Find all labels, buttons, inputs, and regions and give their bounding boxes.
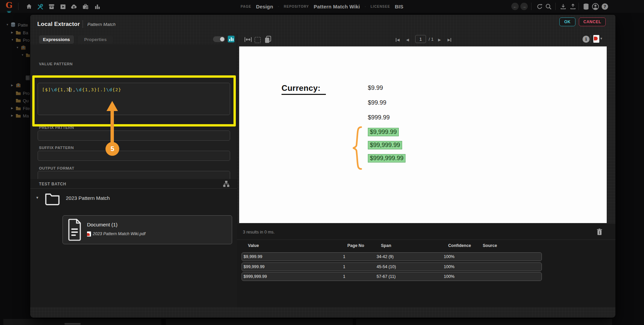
suffix-pattern-input[interactable] <box>38 151 230 161</box>
doc-value-highlighted: $9,999.99 <box>368 128 405 135</box>
chevron-right-icon[interactable]: ▶ <box>11 31 13 34</box>
chevron-down-icon[interactable]: ▼ <box>21 53 24 57</box>
info-icon[interactable]: i <box>583 36 590 43</box>
chevron-down-icon[interactable]: ▼ <box>36 196 39 200</box>
column-header: Value <box>248 243 259 248</box>
forward-button[interactable]: → <box>520 3 528 10</box>
folder-icon <box>16 113 21 119</box>
search-icon[interactable] <box>544 3 552 10</box>
doc-value: $99.99 <box>368 99 390 107</box>
database-icon[interactable] <box>582 3 590 10</box>
previous-page-button[interactable]: ◀ <box>406 38 409 42</box>
marquee-select-icon[interactable] <box>255 37 261 43</box>
result-cell: 100% <box>444 264 455 269</box>
page-total: / 1 <box>429 37 433 42</box>
pdf-view-button[interactable] <box>593 35 599 43</box>
chevron-right-icon[interactable]: ▶ <box>11 107 13 110</box>
upload-icon[interactable] <box>569 3 577 10</box>
chevron-down-icon[interactable]: ▼ <box>6 23 9 26</box>
licensee-value[interactable]: BIS <box>395 4 403 9</box>
tab-properties[interactable]: Properties <box>78 35 113 44</box>
box-icon <box>16 83 21 89</box>
toolbar-divider <box>591 35 591 43</box>
toolbar-divider <box>531 3 531 10</box>
back-button[interactable]: ← <box>511 3 519 10</box>
batch-folder-row[interactable]: ▼ 2023 Pattern Match <box>30 191 237 210</box>
refresh-icon[interactable] <box>535 3 544 10</box>
svg-text:?: ? <box>603 4 606 9</box>
tab-expressions[interactable]: Expressions <box>39 35 74 44</box>
prefix-pattern-input[interactable] <box>38 131 230 141</box>
sidebar-item-pro[interactable]: ▼Pro <box>0 37 34 43</box>
download-icon[interactable] <box>559 3 567 10</box>
result-row[interactable]: $99,999.99145-54 (10)100% <box>242 262 542 271</box>
next-page-button[interactable]: ▶ <box>438 38 441 42</box>
trash-icon[interactable] <box>597 228 602 237</box>
user-icon[interactable] <box>591 3 599 10</box>
value-pattern-label: VALUE PATTERN <box>39 62 73 66</box>
folder-icon <box>44 192 60 207</box>
chevron-down-icon[interactable]: ▼ <box>11 38 14 41</box>
sidebar-item-file[interactable]: ▶File <box>0 106 34 112</box>
sidebar-item-pro[interactable]: Pro <box>0 91 34 97</box>
callout-step-badge: 5 <box>105 142 119 156</box>
document-card[interactable]: Document (1) 2023 Pattern Match Wiki.pdf <box>62 215 232 244</box>
chevron-right-icon[interactable]: ▶ <box>11 84 13 87</box>
doc-heading: Currency: <box>282 83 326 95</box>
last-page-button[interactable]: ▶ <box>447 38 451 42</box>
chevron-down-icon[interactable]: ▾ <box>600 36 602 41</box>
sidebar-item-qu[interactable]: Qu <box>0 98 34 104</box>
hierarchy-icon[interactable] <box>223 181 229 188</box>
document-icon <box>68 218 82 243</box>
result-cell: 1 <box>343 274 345 279</box>
page-label: PAGE <box>241 5 251 8</box>
document-preview-page[interactable]: Currency: $9.99$99.99$999.99 $9,999.99$9… <box>239 46 607 223</box>
fit-width-icon[interactable] <box>244 36 252 44</box>
grid-icon <box>26 75 30 81</box>
cancel-button[interactable]: CANCEL <box>579 17 606 26</box>
statistics-button[interactable] <box>228 36 234 42</box>
sidebar-item-patte[interactable]: ▼Patte <box>0 22 34 28</box>
sidebar-item[interactable] <box>0 75 34 81</box>
pdf-file-icon <box>87 231 91 237</box>
suffix-pattern-label: SUFFIX PATTERN <box>39 146 74 150</box>
preview-toggle[interactable] <box>213 36 225 42</box>
value-pattern-code: [$]\d{1,3},\d{1,3}[.]\d{2} <box>42 87 121 92</box>
doc-value: $9.99 <box>368 84 390 92</box>
sidebar-item[interactable]: ▶ <box>0 83 34 89</box>
pages-icon[interactable] <box>264 36 271 45</box>
test-batch-panel: TEST BATCH ▼ 2023 Pattern Match Document… <box>30 179 237 307</box>
sidebar-item-ba[interactable]: ▶Ba <box>0 30 34 36</box>
help-icon[interactable]: ? <box>601 3 609 10</box>
app-screen: G PAGE Design · REPOSITORY Pattern Match… <box>0 0 644 325</box>
repository-value[interactable]: Pattern Match Wiki <box>314 4 360 9</box>
expressions-panel: VALUE PATTERN [$]\d{1,3},\d{1,3}[.]\d{2}… <box>30 44 237 179</box>
result-row[interactable]: $9,999.99134-42 (9)100% <box>242 252 542 261</box>
sidebar-item[interactable]: ▼ <box>0 45 34 51</box>
value-pattern-input[interactable]: [$]\d{1,3},\d{1,3}[.]\d{2} <box>38 83 230 115</box>
result-cell: 1 <box>343 264 345 269</box>
ok-button[interactable]: OK <box>559 17 575 26</box>
result-cell: $999,999.99 <box>244 274 267 279</box>
section-divider <box>237 240 615 240</box>
doc-value-highlighted: $99,999.99 <box>368 141 405 148</box>
chevron-down-icon[interactable]: ▼ <box>16 46 19 49</box>
page-number-input[interactable]: 1 <box>415 35 426 43</box>
sidebar-item-label: Qu <box>23 98 29 103</box>
background-panel <box>356 319 612 325</box>
sidebar-item-label: Ma <box>23 113 29 118</box>
horizontal-scrollbar-thumb[interactable] <box>65 323 81 325</box>
page-value[interactable]: Design <box>256 4 273 9</box>
repository-label: REPOSITORY <box>284 5 309 8</box>
result-cell: 45-54 (10) <box>377 264 396 269</box>
sidebar-item[interactable]: ▼ <box>0 52 34 59</box>
box-icon <box>21 45 26 51</box>
first-page-button[interactable]: ◀ <box>396 38 399 42</box>
batch-folder-name: 2023 Pattern Match <box>66 195 110 201</box>
chevron-right-icon[interactable]: ▶ <box>11 114 13 117</box>
result-row[interactable]: $999,999.99157-67 (11)100% <box>242 272 542 281</box>
document-title: Document (1) <box>87 222 118 227</box>
toolbar-divider <box>555 3 556 10</box>
column-header: Page No <box>347 243 364 248</box>
sidebar-item-ma[interactable]: ▶Ma <box>0 113 34 119</box>
